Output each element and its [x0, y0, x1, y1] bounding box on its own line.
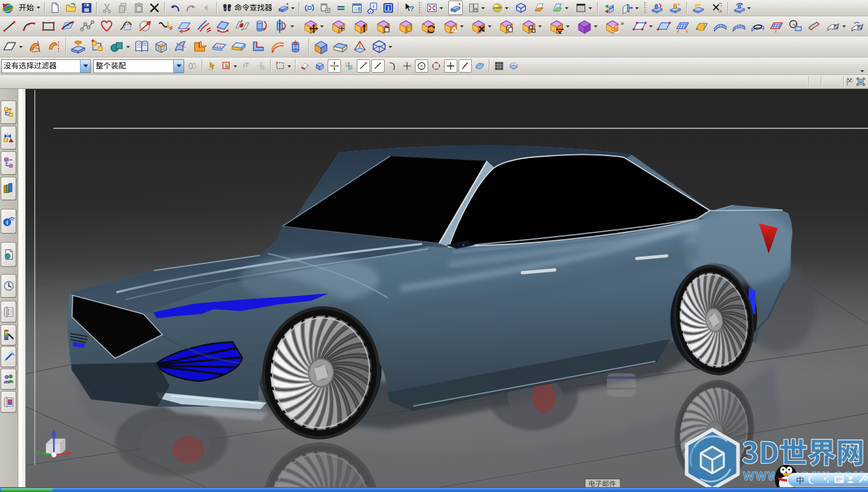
snap-endpoint-button[interactable]: [357, 59, 370, 73]
context-help-button[interactable]: ?: [402, 1, 416, 15]
process-studio-tab[interactable]: [1, 301, 16, 323]
wrap-curve-button[interactable]: [253, 17, 271, 35]
boss-button[interactable]: [312, 38, 330, 56]
save-button[interactable]: [79, 1, 94, 15]
new-button[interactable]: [48, 1, 62, 15]
unwrap-curve-button[interactable]: [272, 17, 296, 35]
snap-region-button[interactable]: [220, 59, 239, 73]
arc-button[interactable]: [20, 17, 38, 35]
toolbar-drag-handle[interactable]: [419, 2, 422, 14]
extrude-button[interactable]: [69, 38, 87, 56]
pattern-feature-button[interactable]: [88, 38, 107, 56]
block-button[interactable]: [331, 38, 350, 56]
assembly-navigator-tab[interactable]: [1, 100, 16, 124]
view-window-button[interactable]: [466, 1, 486, 15]
fit-view-button[interactable]: [425, 1, 445, 15]
wave-link-button[interactable]: [691, 1, 706, 15]
snap-on-curve-button[interactable]: [371, 59, 385, 73]
extension-surface-button[interactable]: [674, 17, 692, 35]
internet-browser-tab[interactable]: [1, 242, 16, 267]
show-hide-button[interactable]: [602, 1, 617, 15]
sequence-button[interactable]: [732, 1, 752, 15]
clip-plane-button[interactable]: [550, 1, 570, 15]
studio-surface-button[interactable]: [767, 17, 786, 35]
selection-type-filter[interactable]: [1, 59, 91, 73]
render-style-button[interactable]: [490, 1, 510, 15]
expressions-button[interactable]: [334, 1, 348, 15]
revolve-button[interactable]: [25, 38, 44, 56]
hole-button[interactable]: [288, 38, 306, 56]
linear-dimension-button[interactable]: [548, 17, 571, 35]
paste-face-button[interactable]: [520, 17, 543, 35]
four-point-surface-button[interactable]: [631, 17, 654, 35]
group-face-button[interactable]: »: [603, 17, 626, 35]
selection-bar-overflow[interactable]: [859, 64, 864, 75]
join-curve-button[interactable]: [194, 17, 213, 35]
assembly-constraint-button[interactable]: [668, 1, 683, 15]
undo-button[interactable]: [168, 1, 182, 15]
snap-point-toggle-button[interactable]: [205, 59, 219, 73]
pull-face-button[interactable]: [330, 17, 348, 35]
redo-button[interactable]: [184, 1, 198, 15]
move-face-button[interactable]: [302, 17, 325, 35]
draft-button[interactable]: [249, 38, 267, 56]
help-info-button[interactable]: i: [381, 1, 396, 15]
selection-scope-filter-dropdown-button[interactable]: [173, 60, 184, 73]
bounded-plane-button[interactable]: [824, 17, 847, 35]
revolve-axis-button[interactable]: [45, 38, 63, 56]
view-block-button[interactable]: [276, 1, 296, 15]
toolbar-drag-handle[interactable]: [644, 2, 647, 14]
selection-chain-button[interactable]: [186, 59, 199, 73]
rectangle-select-button[interactable]: [274, 59, 293, 73]
true-shading-tab[interactable]: [1, 346, 16, 367]
snap-point-on-line-button[interactable]: [459, 59, 472, 73]
graphics-viewport[interactable]: Y WWW.3DSJW.COM: [25, 89, 868, 487]
art-spline-button[interactable]: [98, 17, 116, 35]
ruled-surface-button[interactable]: [711, 17, 729, 35]
snap-tangent-button[interactable]: [386, 59, 399, 73]
part-dialog-button[interactable]: [350, 1, 364, 15]
datum-plane-button[interactable]: [1, 38, 24, 56]
rectangle-button[interactable]: [39, 17, 58, 35]
section-curve-button[interactable]: [136, 17, 154, 35]
cut-button[interactable]: [100, 1, 114, 15]
section-clip-button[interactable]: [532, 1, 546, 15]
copy-face-button[interactable]: [497, 17, 515, 35]
selection-type-filter-dropdown-button[interactable]: [80, 60, 90, 73]
history-palette-tab[interactable]: [1, 274, 16, 298]
task-status-button[interactable]: [845, 77, 855, 89]
resize-blend-button[interactable]: [397, 17, 415, 35]
visual-reports-tab[interactable]: [1, 324, 16, 346]
ime-toolbar[interactable]: [787, 473, 868, 487]
bounding-body-button[interactable]: [370, 38, 394, 56]
shell-body-button[interactable]: [575, 17, 599, 35]
nx-logo-button[interactable]: [1, 1, 15, 15]
trimmed-sheet-button[interactable]: [692, 17, 711, 35]
snap-existing-point-button[interactable]: [444, 59, 457, 73]
through-curve-mesh-button[interactable]: [749, 17, 767, 35]
bottom-scrollbar[interactable]: [0, 487, 868, 492]
offset-region-button[interactable]: [352, 17, 370, 35]
open-button[interactable]: [64, 1, 78, 15]
command-finder-button[interactable]: [220, 1, 275, 15]
shaded-view-button[interactable]: [448, 1, 463, 15]
delete-face-button[interactable]: [469, 17, 493, 35]
copy-button[interactable]: [116, 1, 130, 15]
snap-face-button[interactable]: [473, 59, 486, 73]
selection-rotate-button[interactable]: [240, 59, 253, 73]
wireframe-view-button[interactable]: [514, 1, 528, 15]
resource-bar-splitter[interactable]: [18, 89, 25, 487]
edge-blend-button[interactable]: [191, 38, 209, 56]
window-layout-button[interactable]: [318, 1, 333, 15]
combine-curve-button[interactable]: [175, 17, 193, 35]
shell-button[interactable]: [152, 38, 170, 56]
snap-midpoint-button[interactable]: [342, 59, 356, 73]
reorder-blend-button[interactable]: [419, 17, 437, 35]
replace-face-button[interactable]: [374, 17, 393, 35]
enlarge-surface-button[interactable]: [848, 17, 866, 35]
pattern-face-button[interactable]: [133, 38, 151, 56]
selection-move-button[interactable]: [254, 59, 268, 73]
emboss-button[interactable]: [351, 38, 369, 56]
label-chamfer-button[interactable]: [442, 17, 465, 35]
sweep-along-guide-button[interactable]: [786, 17, 804, 35]
